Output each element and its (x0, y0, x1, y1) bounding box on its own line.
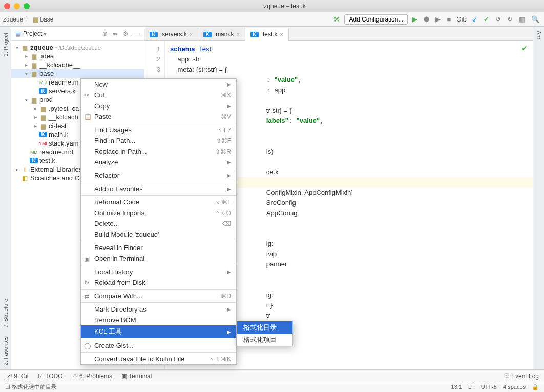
status-position[interactable]: 13:1 (451, 384, 462, 390)
collapse-icon[interactable]: ⇔ (113, 30, 118, 37)
run-icon[interactable]: ▶ (411, 15, 419, 23)
chevron-down-icon[interactable]: ▾ (44, 30, 47, 37)
tool-ant[interactable]: Ant (536, 31, 542, 39)
menu-item[interactable]: Optimize Imports^⌥O (81, 208, 236, 218)
search-icon[interactable]: 🔍 (530, 15, 541, 23)
menu-item[interactable]: Reformat Code⌥⌘L (81, 197, 236, 208)
menu-item[interactable]: Build Module 'zqueue' (81, 229, 236, 240)
context-menu: New▶✂Cut⌘XCopy▶📋Paste⌘VFind Usages⌥F7Fin… (80, 78, 237, 365)
gear-icon[interactable]: ⚙ (123, 30, 129, 37)
git-label: Git: (455, 16, 467, 23)
debug-icon[interactable]: ⬢ (422, 15, 431, 23)
menu-item[interactable]: ▣Open in Terminal (81, 253, 236, 264)
menu-item[interactable]: Convert Java File to Kotlin File⌥⇧⌘K (81, 354, 236, 364)
menu-item[interactable]: Analyze▶ (81, 157, 236, 168)
menu-item[interactable]: KCL 工具▶ (81, 325, 236, 338)
right-tool-strip: Ant (533, 27, 544, 369)
context-submenu: 格式化目录格式化项目 (237, 321, 293, 346)
main-toolbar: zqueue 〉 ▆ base ⚒ Add Configuration... ▶… (0, 12, 544, 27)
chevron-right-icon: 〉 (25, 15, 31, 24)
tree-item-base[interactable]: ▾▆base (11, 69, 144, 78)
sidebar-title[interactable]: Project (23, 30, 42, 37)
bottom-tool-bar: ⎇ 9: Git ☑ TODO ⚠ 6: Problems ▣ Terminal… (0, 369, 544, 382)
breadcrumb-item[interactable]: zqueue (3, 16, 23, 23)
tab-servers[interactable]: Kservers.k× (144, 28, 198, 40)
tool-todo[interactable]: ☑ TODO (38, 373, 63, 380)
window-controls (4, 3, 30, 9)
hide-icon[interactable]: — (134, 30, 140, 37)
lock-icon[interactable]: 🔒 (532, 384, 539, 390)
status-line-ending[interactable]: LF (468, 384, 475, 390)
status-encoding[interactable]: UTF-8 (481, 384, 497, 390)
structure-icon[interactable]: ▥ (517, 15, 527, 23)
git-commit-icon[interactable]: ✔ (482, 15, 491, 23)
close-icon[interactable]: × (280, 31, 283, 37)
menu-item[interactable]: Remove BOM (81, 315, 236, 325)
rollback-icon[interactable]: ↻ (506, 15, 514, 23)
breadcrumb[interactable]: zqueue 〉 ▆ base (3, 15, 53, 24)
close-icon[interactable]: × (236, 31, 239, 37)
menu-item[interactable]: Refactor▶ (81, 170, 236, 181)
maximize-icon[interactable] (24, 3, 30, 9)
menu-item[interactable]: Replace in Path...⇧⌘R (81, 146, 236, 157)
tool-project[interactable]: 1: Project (3, 33, 9, 56)
tab-main[interactable]: Kmain.k× (198, 28, 245, 40)
menu-item[interactable]: ⇄Compare With...⌘D (81, 291, 236, 301)
status-indent[interactable]: 4 spaces (503, 384, 526, 390)
submenu-item[interactable]: 格式化项目 (237, 334, 292, 346)
menu-item[interactable]: 📋Paste⌘V (81, 111, 236, 122)
submenu-item[interactable]: 格式化目录 (237, 321, 292, 334)
tool-problems[interactable]: ⚠ 6: Problems (72, 373, 112, 380)
close-icon[interactable]: × (190, 31, 193, 37)
tool-structure[interactable]: 7: Structure (3, 299, 9, 328)
titlebar: zqueue – test.k (0, 0, 544, 12)
tree-root[interactable]: ▾▆zqueue~/Desktop/zqueue (11, 43, 144, 52)
folder-icon: ▆ (33, 16, 38, 23)
hammer-icon[interactable]: ⚒ (332, 15, 341, 23)
window-title: zqueue – test.k (30, 3, 540, 10)
tab-test[interactable]: Ktest.k× (245, 28, 289, 41)
menu-item[interactable]: ◯Create Gist... (81, 340, 236, 351)
check-icon: ✔ (521, 44, 528, 52)
menu-item[interactable]: New▶ (81, 79, 236, 90)
tree-item[interactable]: ▸▆__kclcache__ (11, 60, 144, 69)
menu-item[interactable]: Delete...⌫ (81, 218, 236, 229)
tool-terminal[interactable]: ▣ Terminal (121, 373, 152, 380)
git-update-icon[interactable]: ↙ (470, 15, 479, 23)
history-icon[interactable]: ↺ (494, 15, 503, 23)
breadcrumb-item[interactable]: base (40, 16, 53, 23)
project-icon: ▤ (15, 30, 21, 37)
status-message: ☐ 格式化选中的目录 (5, 383, 57, 391)
sidebar-header: ▤ Project ▾ ⊕ ⇔ ⚙ — (11, 27, 144, 41)
tool-event-log[interactable]: ☰ Event Log (504, 373, 539, 380)
menu-item[interactable]: Copy▶ (81, 100, 236, 111)
left-tool-strip: 1: Project 7: Structure 2: Favorites (0, 27, 11, 369)
editor-tabs: Kservers.k× Kmain.k× Ktest.k× (144, 27, 533, 41)
menu-item[interactable]: Add to Favorites▶ (81, 183, 236, 194)
menu-item[interactable]: Local History▶ (81, 266, 236, 277)
tool-git[interactable]: ⎇ 9: Git (5, 373, 29, 380)
status-bar: ☐ 格式化选中的目录 13:1 LF UTF-8 4 spaces 🔒 (0, 382, 544, 392)
stop-icon[interactable]: ■ (445, 15, 452, 23)
target-icon[interactable]: ⊕ (102, 30, 108, 37)
add-configuration-button[interactable]: Add Configuration... (344, 14, 408, 25)
coverage-icon[interactable]: ▶ (434, 15, 442, 23)
menu-item[interactable]: Find Usages⌥F7 (81, 125, 236, 135)
close-icon[interactable] (4, 3, 10, 9)
menu-item[interactable]: Mark Directory as▶ (81, 304, 236, 315)
tool-favorites[interactable]: 2: Favorites (3, 336, 9, 365)
menu-item[interactable]: ↻Reload from Disk (81, 277, 236, 288)
menu-item[interactable]: Find in Path...⇧⌘F (81, 135, 236, 146)
tree-item[interactable]: ▸▆.idea (11, 52, 144, 60)
menu-item[interactable]: Reveal in Finder (81, 242, 236, 253)
minimize-icon[interactable] (14, 3, 20, 9)
menu-item[interactable]: ✂Cut⌘X (81, 90, 236, 100)
